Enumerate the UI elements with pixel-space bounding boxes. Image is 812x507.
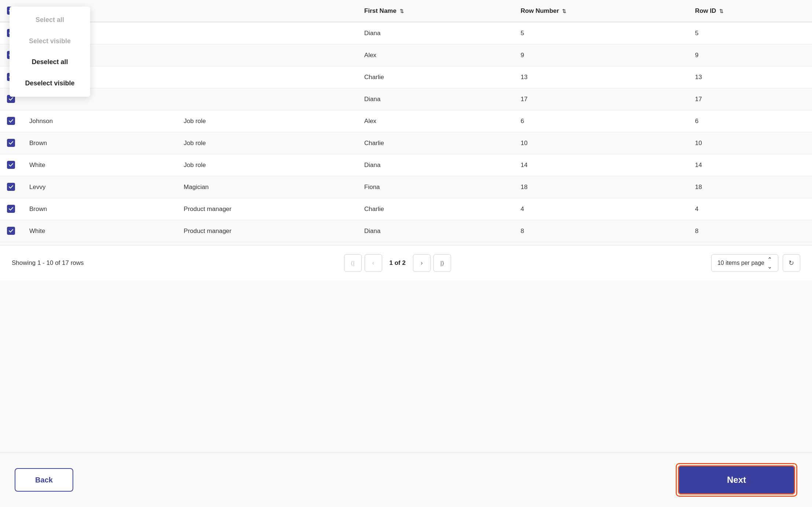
row-checkbox[interactable] — [7, 183, 15, 191]
cell-last-name: Brown — [22, 198, 176, 220]
main-content: Select all Select visible Deselect all D… — [0, 0, 812, 452]
header-row-id[interactable]: Row ID ⇅ — [688, 0, 812, 22]
row-id-sort-icon: ⇅ — [719, 8, 723, 14]
cell-row-number: 8 — [513, 220, 688, 242]
table-row: Diana55 — [0, 22, 812, 44]
table-wrapper: Select all Select visible Deselect all D… — [0, 0, 812, 242]
cell-first-name: Alex — [357, 110, 513, 132]
row-checkbox[interactable] — [7, 117, 15, 125]
row-checkbox-cell — [0, 198, 22, 220]
cell-first-name: Alex — [357, 44, 513, 66]
select-all-item[interactable]: Select all — [10, 10, 90, 31]
cell-row-number: 4 — [513, 198, 688, 220]
cell-row-number: 14 — [513, 154, 688, 176]
showing-text: Showing 1 - 10 of 17 rows — [12, 259, 84, 267]
cell-role: Product manager — [176, 198, 357, 220]
next-page-button[interactable]: › — [413, 254, 431, 272]
row-number-sort-icon: ⇅ — [562, 8, 566, 14]
first-name-sort-icon: ⇅ — [400, 8, 404, 14]
cell-row-number: 17 — [513, 88, 688, 110]
cell-first-name: Diana — [357, 88, 513, 110]
selection-dropdown: Select all Select visible Deselect all D… — [10, 7, 90, 97]
cell-first-name: Fiona — [357, 176, 513, 198]
refresh-button[interactable]: ↻ — [783, 254, 800, 272]
cell-last-name: Levvy — [22, 176, 176, 198]
last-page-button[interactable]: |⟩ — [433, 254, 451, 272]
cell-role: Job role — [176, 110, 357, 132]
cell-first-name: Diana — [357, 154, 513, 176]
header-first-name[interactable]: First Name ⇅ — [357, 0, 513, 22]
back-button[interactable]: Back — [15, 468, 73, 492]
row-checkbox-cell — [0, 154, 22, 176]
per-page-label: 10 items per page — [717, 260, 764, 266]
table-row: BrownJob roleCharlie1010 — [0, 132, 812, 154]
table-row: WhiteJob roleDiana1414 — [0, 154, 812, 176]
cell-row-id: 17 — [688, 88, 812, 110]
footer-bar: Back Next — [0, 452, 812, 507]
row-checkbox[interactable] — [7, 161, 15, 169]
cell-last-name: Johnson — [22, 110, 176, 132]
cell-row-id: 5 — [688, 22, 812, 44]
row-checkbox-cell — [0, 220, 22, 242]
cell-last-name: White — [22, 220, 176, 242]
cell-row-number: 6 — [513, 110, 688, 132]
cell-role — [176, 66, 357, 88]
cell-role: Job role — [176, 154, 357, 176]
table-row: LevvyMagicianFiona1818 — [0, 176, 812, 198]
cell-row-id: 10 — [688, 132, 812, 154]
cell-first-name: Diana — [357, 22, 513, 44]
cell-last-name: Brown — [22, 132, 176, 154]
cell-role: Product manager — [176, 220, 357, 242]
table-header-row: Select all Select visible Deselect all D… — [0, 0, 812, 22]
table-row: WhiteProduct managerDiana88 — [0, 220, 812, 242]
data-table: Select all Select visible Deselect all D… — [0, 0, 812, 242]
cell-row-id: 6 — [688, 110, 812, 132]
page-info: 1 of 2 — [385, 259, 410, 267]
cell-row-number: 5 — [513, 22, 688, 44]
header-checkbox-cell: Select all Select visible Deselect all D… — [0, 0, 22, 22]
cell-first-name: Charlie — [357, 66, 513, 88]
select-visible-item[interactable]: Select visible — [10, 31, 90, 52]
pagination-bar: Showing 1 - 10 of 17 rows ⟨| ‹ 1 of 2 › … — [0, 245, 812, 281]
cell-role — [176, 44, 357, 66]
cell-row-id: 9 — [688, 44, 812, 66]
header-role — [176, 0, 357, 22]
cell-last-name: White — [22, 154, 176, 176]
first-page-button[interactable]: ⟨| — [344, 254, 362, 272]
cell-first-name: Charlie — [357, 198, 513, 220]
cell-row-id: 13 — [688, 66, 812, 88]
table-row: Charlie1313 — [0, 66, 812, 88]
cell-role: Job role — [176, 132, 357, 154]
cell-role — [176, 88, 357, 110]
cell-first-name: Charlie — [357, 132, 513, 154]
cell-row-id: 4 — [688, 198, 812, 220]
pagination-controls: ⟨| ‹ 1 of 2 › |⟩ — [344, 254, 451, 272]
next-button-wrapper: Next — [676, 463, 797, 497]
cell-role — [176, 22, 357, 44]
row-checkbox[interactable] — [7, 227, 15, 235]
row-checkbox-cell — [0, 176, 22, 198]
table-row: Alex99 — [0, 44, 812, 66]
cell-row-number: 9 — [513, 44, 688, 66]
table-row: Diana1717 — [0, 88, 812, 110]
deselect-visible-item[interactable]: Deselect visible — [10, 73, 90, 94]
deselect-all-item[interactable]: Deselect all — [10, 52, 90, 73]
row-checkbox-cell — [0, 132, 22, 154]
cell-first-name: Diana — [357, 220, 513, 242]
row-checkbox[interactable] — [7, 205, 15, 213]
cell-row-id: 8 — [688, 220, 812, 242]
prev-page-button[interactable]: ‹ — [365, 254, 382, 272]
cell-row-id: 18 — [688, 176, 812, 198]
cell-role: Magician — [176, 176, 357, 198]
row-checkbox-cell — [0, 110, 22, 132]
header-row-number[interactable]: Row Number ⇅ — [513, 0, 688, 22]
per-page-select: 10 items per page ⌃⌄ ↻ — [711, 254, 800, 272]
table-row: BrownProduct managerCharlie44 — [0, 198, 812, 220]
cell-row-number: 13 — [513, 66, 688, 88]
next-button[interactable]: Next — [678, 465, 795, 495]
cell-row-number: 10 — [513, 132, 688, 154]
cell-row-number: 18 — [513, 176, 688, 198]
per-page-chevron-icon: ⌃⌄ — [767, 256, 772, 270]
row-checkbox[interactable] — [7, 139, 15, 147]
per-page-dropdown[interactable]: 10 items per page ⌃⌄ — [711, 254, 778, 272]
